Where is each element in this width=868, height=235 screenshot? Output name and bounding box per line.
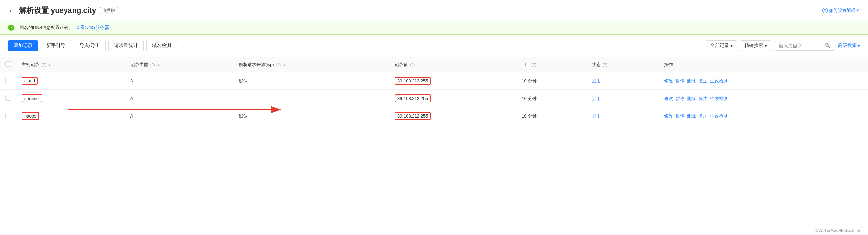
action-修改[interactable]: 修改	[664, 78, 673, 83]
col-host-info[interactable]: ?	[42, 63, 46, 67]
col-type-label: 记录类型	[130, 62, 148, 67]
col-status-label: 状态	[592, 62, 601, 67]
domain-check-button[interactable]: 域名检测	[146, 40, 177, 51]
header-checkbox[interactable]	[5, 61, 11, 67]
help-link[interactable]: ? 如何设置解析？	[822, 7, 860, 14]
host-value: nacos	[22, 112, 39, 120]
type-value: A	[125, 72, 234, 90]
row-checkbox[interactable]	[5, 113, 11, 118]
action-生效检测[interactable]: 生效检测	[710, 96, 728, 101]
table-row: sentinelA39.108.212.25510 分钟启用修改暂停删除备注生效…	[0, 90, 868, 107]
type-value: A	[125, 107, 234, 125]
precise-search-chevron: ▾	[765, 43, 767, 48]
record-value: 39.108.212.255	[395, 94, 431, 102]
advanced-search-link[interactable]: 高级搜索 ▾	[838, 43, 860, 49]
advanced-search-chevron: ▾	[857, 43, 860, 48]
import-export-button[interactable]: 导入/导出	[74, 40, 106, 51]
row-checkbox[interactable]	[5, 78, 11, 83]
isp-value	[233, 90, 389, 107]
action-生效检测[interactable]: 生效检测	[710, 113, 728, 119]
dns-server-link[interactable]: 查看DNS服务器	[76, 25, 109, 31]
action-暂停[interactable]: 暂停	[676, 113, 684, 119]
status-badge[interactable]: 启用	[592, 96, 601, 101]
precise-search-select[interactable]: 精确搜索 ▾	[740, 40, 771, 51]
page-header: ← 解析设置 yueyang.city 免费版 ? 如何设置解析？ ✓ 域名的D…	[0, 0, 868, 57]
col-type-info[interactable]: ?	[150, 63, 155, 67]
all-records-chevron: ▾	[730, 43, 733, 48]
host-value: cloud	[22, 77, 38, 85]
search-box: 🔍	[774, 41, 835, 51]
precise-search-label: 精确搜索	[744, 43, 763, 49]
action-删除[interactable]: 删除	[687, 113, 696, 119]
col-ttl-info[interactable]: ?	[532, 63, 536, 67]
add-record-button[interactable]: 添加记录	[8, 40, 38, 51]
advanced-search-label: 高级搜索	[838, 43, 857, 49]
search-input[interactable]	[779, 43, 823, 48]
free-badge: 免费版	[100, 7, 118, 14]
action-备注[interactable]: 备注	[699, 96, 707, 101]
host-value: sentinel	[22, 94, 42, 102]
col-type-sort[interactable]: ⇅	[157, 63, 160, 67]
table-container: 主机记录 ? ⇅ 记录类型 ? ⇅ 解析请求来源(isp) ? ⇅ 记录值 ?	[0, 57, 868, 125]
col-isp-label: 解析请求来源(isp)	[239, 62, 274, 67]
action-暂停[interactable]: 暂停	[676, 78, 684, 83]
action-备注[interactable]: 备注	[699, 113, 707, 119]
table-row: nacosA默认39.108.212.25510 分钟启用修改暂停删除备注生效检…	[0, 107, 868, 125]
status-badge[interactable]: 启用	[592, 78, 601, 83]
action-暂停[interactable]: 暂停	[676, 96, 684, 101]
dns-notice: ✓ 域名的DNS信息配置正确。 查看DNS服务器	[0, 21, 868, 35]
page-title: 解析设置 yueyang.city	[19, 5, 96, 16]
col-value-label: 记录值	[395, 62, 408, 67]
ttl-value: 10 分钟	[516, 107, 586, 125]
col-actions-label: 操作	[664, 62, 673, 67]
action-生效检测[interactable]: 生效检测	[710, 78, 728, 83]
dns-notice-text: 域名的DNS信息配置正确。	[20, 25, 73, 31]
action-修改[interactable]: 修改	[664, 96, 673, 101]
col-status-info[interactable]: ?	[603, 63, 607, 67]
isp-value: 默认	[233, 72, 389, 90]
record-value: 39.108.212.255	[395, 77, 431, 85]
search-icon: 🔍	[825, 43, 831, 48]
request-stats-button[interactable]: 请求量统计	[108, 40, 144, 51]
ttl-value: 10 分钟	[516, 72, 586, 90]
row-checkbox[interactable]	[5, 95, 11, 101]
all-records-label: 全部记录	[710, 43, 729, 49]
toolbar: 添加记录 新手引导 导入/导出 请求量统计 域名检测 全部记录 ▾ 精确搜索 ▾…	[0, 35, 868, 57]
col-isp-info[interactable]: ?	[276, 63, 281, 67]
back-icon[interactable]: ←	[8, 7, 15, 15]
table-row: cloudA默认39.108.212.25510 分钟启用修改暂停删除备注生效检…	[0, 72, 868, 90]
col-host-label: 主机记录	[22, 62, 39, 67]
col-isp-sort[interactable]: ⇅	[283, 63, 286, 67]
status-badge[interactable]: 启用	[592, 113, 601, 119]
beginner-guide-button[interactable]: 新手引导	[41, 40, 71, 51]
col-value-info[interactable]: ?	[410, 63, 415, 67]
help-text: 如何设置解析？	[829, 7, 860, 14]
isp-value: 默认	[233, 107, 389, 125]
action-删除[interactable]: 删除	[687, 96, 696, 101]
action-删除[interactable]: 删除	[687, 78, 696, 83]
record-value: 39.108.212.255	[395, 112, 431, 120]
col-host-sort[interactable]: ⇅	[48, 63, 51, 67]
col-ttl-label: TTL	[522, 62, 530, 67]
all-records-select[interactable]: 全部记录 ▾	[706, 40, 737, 51]
dns-notice-icon: ✓	[8, 25, 14, 31]
action-修改[interactable]: 修改	[664, 113, 673, 119]
action-备注[interactable]: 备注	[699, 78, 707, 83]
records-table: 主机记录 ? ⇅ 记录类型 ? ⇅ 解析请求来源(isp) ? ⇅ 记录值 ?	[0, 57, 868, 125]
help-icon: ?	[822, 8, 828, 13]
type-value: A	[125, 90, 234, 107]
ttl-value: 10 分钟	[516, 90, 586, 107]
